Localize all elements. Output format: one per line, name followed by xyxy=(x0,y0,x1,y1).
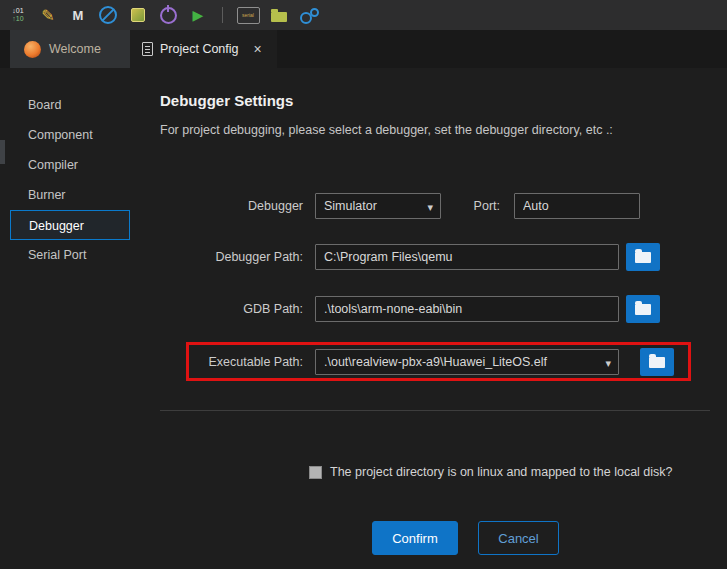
serial-terminal-icon-label: serial xyxy=(242,12,254,18)
tab-welcome[interactable]: Welcome xyxy=(10,30,130,68)
page-description: For project debugging, please select a d… xyxy=(160,123,613,137)
no-entry-icon[interactable] xyxy=(96,3,120,27)
folder-transfer-icon[interactable] xyxy=(267,3,291,27)
gdb-path-input[interactable] xyxy=(315,296,619,322)
executable-path-value: .\out\realview-pbx-a9\Huawei_LiteOS.elf xyxy=(324,355,547,369)
letter-m-icon[interactable] xyxy=(66,3,90,27)
sidebar-item-board[interactable]: Board xyxy=(0,90,150,120)
document-icon xyxy=(142,42,153,56)
brush-icon[interactable] xyxy=(36,3,60,27)
linux-mapping-checkbox[interactable] xyxy=(309,466,322,479)
chevron-down-icon xyxy=(427,194,433,220)
step-numbers-icon[interactable] xyxy=(6,3,30,27)
sidebar-item-compiler[interactable]: Compiler xyxy=(0,150,150,180)
linked-circles-icon[interactable] xyxy=(297,3,321,27)
confirm-button[interactable]: Confirm xyxy=(372,521,458,555)
debugger-select-value: Simulator xyxy=(324,199,377,213)
section-divider xyxy=(160,410,710,411)
power-icon[interactable] xyxy=(156,3,180,27)
tab-welcome-label: Welcome xyxy=(49,42,101,56)
serial-terminal-icon[interactable]: serial xyxy=(235,3,261,27)
executable-path-browse-button[interactable] xyxy=(640,348,674,376)
debugger-path-browse-button[interactable] xyxy=(626,243,660,271)
executable-path-combobox[interactable]: .\out\realview-pbx-a9\Huawei_LiteOS.elf xyxy=(315,349,619,375)
executable-path-label: Executable Path: xyxy=(160,349,303,375)
ide-window: serial Welcome Project Config × Board Co… xyxy=(0,0,727,569)
burner-chip-icon[interactable] xyxy=(126,3,150,27)
debugger-path-label: Debugger Path: xyxy=(160,244,303,270)
toolbar-separator xyxy=(222,7,223,23)
port-input[interactable] xyxy=(514,193,640,219)
debugger-select[interactable]: Simulator xyxy=(315,193,441,219)
toolbar: serial xyxy=(0,0,727,30)
run-icon[interactable] xyxy=(186,3,210,27)
chevron-down-icon xyxy=(605,350,611,376)
tab-project-config-label: Project Config xyxy=(160,42,239,56)
sidebar-item-debugger[interactable]: Debugger xyxy=(10,210,130,240)
linux-mapping-checkbox-label: The project directory is on linux and ma… xyxy=(330,465,673,479)
sidebar-item-burner[interactable]: Burner xyxy=(0,180,150,210)
gdb-path-browse-button[interactable] xyxy=(626,295,660,323)
cancel-button[interactable]: Cancel xyxy=(478,521,559,555)
folder-icon xyxy=(635,252,651,263)
sidebar-item-component[interactable]: Component xyxy=(0,120,150,150)
debugger-label: Debugger xyxy=(160,193,303,219)
debugger-path-input[interactable] xyxy=(315,244,619,270)
tab-project-config[interactable]: Project Config × xyxy=(130,30,277,68)
folder-icon xyxy=(635,304,651,315)
settings-sidebar: Board Component Compiler Burner Debugger… xyxy=(0,68,150,569)
sidebar-item-serial-port[interactable]: Serial Port xyxy=(0,240,150,270)
tab-bar: Welcome Project Config × xyxy=(0,30,727,68)
close-tab-icon[interactable]: × xyxy=(254,41,262,57)
port-label: Port: xyxy=(445,193,500,219)
page-title: Debugger Settings xyxy=(160,92,293,109)
folder-icon xyxy=(649,357,665,368)
gdb-path-label: GDB Path: xyxy=(160,296,303,322)
welcome-logo-icon xyxy=(24,41,41,58)
